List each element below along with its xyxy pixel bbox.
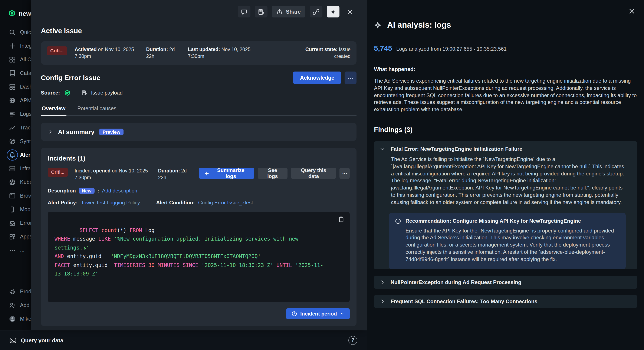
source-row: Source: Issue payload — [41, 90, 356, 96]
sidebar-item-[interactable]: ... — [0, 244, 31, 257]
apps-icon — [9, 233, 16, 240]
sidebar-nav: QuickIntegAll CaCatalDashAPMLogsTraceSyn… — [0, 26, 31, 257]
browser-icon — [9, 192, 16, 199]
more-icon — [9, 247, 16, 254]
sidebar-item-label: Synth — [20, 138, 31, 144]
incident-period-button[interactable]: Incident period — [286, 308, 350, 319]
query-this-data-button[interactable]: Query this data — [291, 168, 336, 179]
sidebar-item-label: Integ — [20, 43, 31, 49]
sidebar-item-kuber[interactable]: Kuber — [0, 176, 31, 189]
sidebar-item-integ[interactable]: Integ — [0, 39, 31, 53]
comments-button[interactable] — [238, 6, 251, 18]
mobile-icon — [9, 206, 16, 213]
sidebar-item-label: All Ca — [20, 57, 31, 62]
issue-more-button[interactable]: ⋯ — [344, 72, 356, 84]
copy-link-button[interactable] — [310, 6, 322, 18]
sidebar-item-label: Dash — [20, 84, 31, 90]
sidebar-item-alerts[interactable]: Alerts — [0, 148, 31, 162]
sidebar-item-synth[interactable]: Synth — [0, 134, 31, 148]
copy-query-button[interactable] — [338, 216, 344, 223]
sidebar-item-logs[interactable]: Logs — [0, 107, 31, 121]
add-description-link[interactable]: Add description — [102, 188, 137, 194]
alert-condition-link[interactable]: Config Error Issue_ztest — [198, 200, 253, 206]
recommendation-box: Recommendation: Configure Missing API Ke… — [389, 213, 626, 269]
finding-title: Frequent SQL Connection Failures: Too Ma… — [390, 298, 537, 304]
chevron-right-icon — [48, 129, 53, 134]
finding-title: Fatal Error: NewTargetingEngine Initiali… — [390, 146, 522, 152]
query-your-data-label: Query your data — [21, 337, 63, 344]
issue-payload-link[interactable]: Issue payload — [91, 90, 122, 96]
ai-panel-title: AI analysis: logs — [387, 20, 451, 30]
acknowledge-button[interactable]: Acknowledge — [293, 72, 341, 84]
alerts-icon — [9, 152, 16, 158]
sidebar-item-trace[interactable]: Trace — [0, 121, 31, 134]
ai-assistant-button[interactable] — [327, 6, 340, 18]
finding-header[interactable]: Fatal Error: NewTargetingEngine Initiali… — [374, 141, 637, 152]
traces-icon — [9, 124, 16, 131]
feedback-button[interactable] — [255, 6, 268, 18]
finding-title: NullPointerException during Ad Request P… — [390, 279, 521, 285]
summarize-logs-button[interactable]: Summarize logs — [199, 168, 254, 179]
logs-analyzed-row: 5,745 Logs analyzed from 19:00:27.655 - … — [374, 44, 637, 53]
sidebar-item-mobil[interactable]: Mobil — [0, 203, 31, 216]
incident-duration-info: Duration: 2d 22h — [158, 168, 192, 181]
sidebar-item-errors[interactable]: Errors — [0, 216, 31, 230]
sidebar-item-add-u[interactable]: Add U — [0, 298, 31, 312]
sidebar-item-label: Logs — [20, 111, 31, 117]
close-ai-panel-button[interactable] — [628, 8, 636, 15]
close-issue-panel-button[interactable] — [344, 6, 356, 18]
finding-row[interactable]: NullPointerException during Ad Request P… — [374, 276, 637, 288]
finding-row[interactable]: Frequent SQL Connection Failures: Too Ma… — [374, 295, 637, 308]
synthetics-icon — [9, 138, 16, 145]
sidebar-item-brows[interactable]: Brows — [0, 189, 31, 203]
ai-summary-title: AI summary — [58, 128, 94, 136]
sidebar-item-mike[interactable]: Mike — [0, 312, 31, 326]
logs-icon — [9, 111, 16, 118]
tab-overview[interactable]: Overview — [41, 104, 66, 116]
newrelic-logo[interactable]: new — [0, 5, 31, 20]
incident-period-row: Incident period — [48, 308, 350, 319]
sidebar-item-all-ca[interactable]: All Ca — [0, 53, 31, 66]
sidebar-item-catal[interactable]: Catal — [0, 66, 31, 80]
newrelic-logo-icon — [8, 9, 16, 17]
sidebar-item-apm[interactable]: APM — [0, 94, 31, 107]
close-icon — [347, 8, 354, 15]
errors-inbox-icon — [9, 220, 16, 226]
sidebar-item-quick[interactable]: Quick — [0, 26, 31, 39]
newrelic-source-icon[interactable] — [64, 90, 70, 96]
finding-card: Fatal Error: NewTargetingEngine Initiali… — [374, 141, 637, 269]
sidebar-item-apps[interactable]: Apps — [0, 230, 31, 244]
tab-bar: Overview Potential causes — [41, 104, 356, 116]
incident-more-button[interactable]: ⋯ — [340, 168, 350, 179]
severity-badge: Criti... — [47, 46, 67, 55]
divider — [76, 90, 76, 96]
sidebar-item-produ[interactable]: Produ — [0, 285, 31, 298]
ai-analysis-panel: AI analysis: logs 5,745 Logs analyzed fr… — [367, 0, 644, 350]
incident-severity-badge: Criti... — [48, 168, 68, 177]
sidebar-item-label: Brows — [20, 193, 31, 199]
sidebar-item-label: Trace — [20, 125, 31, 131]
see-logs-button[interactable]: See logs — [258, 168, 288, 179]
ai-summary-section[interactable]: AI summary Preview — [41, 123, 356, 141]
description-label: Description — [48, 188, 76, 194]
source-label: Source: — [41, 90, 60, 96]
logo-text: new — [19, 10, 31, 17]
query-your-data-button[interactable]: Query your data — [9, 336, 63, 344]
clock-icon — [291, 310, 297, 316]
issue-toolbar: Share — [31, 0, 367, 18]
description-row: Description New : Add description — [48, 188, 350, 194]
share-button[interactable]: Share — [272, 6, 306, 18]
current-state-info: Current state: Issue created — [300, 46, 350, 60]
infrastructure-icon — [9, 165, 16, 172]
caret-down-icon — [340, 311, 344, 316]
alert-policy-link[interactable]: Tower Test Logging Policy — [81, 200, 140, 206]
nrql-query: SELECT count(*) FROM Log WHERE message L… — [54, 227, 323, 277]
search-icon — [9, 29, 16, 36]
info-icon — [395, 218, 401, 224]
tab-potential-causes[interactable]: Potential causes — [76, 104, 117, 116]
sidebar-item-label: Mobil — [20, 206, 31, 212]
sidebar-item-infras[interactable]: Infras — [0, 162, 31, 176]
sidebar-item-dash[interactable]: Dash — [0, 80, 31, 94]
help-button[interactable]: ? — [348, 336, 357, 345]
ai-panel-header: AI analysis: logs — [374, 20, 637, 30]
